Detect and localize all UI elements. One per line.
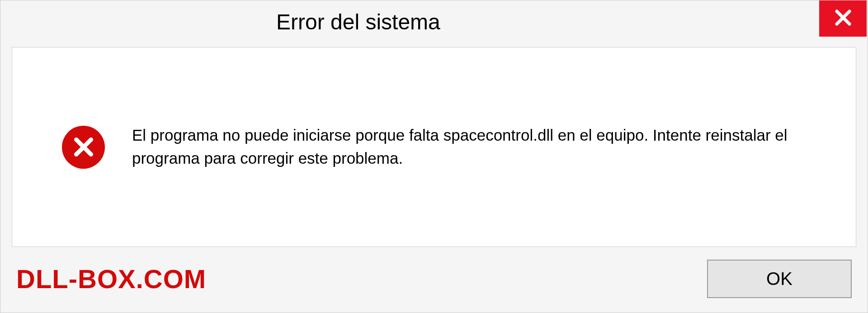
- error-icon: [62, 126, 105, 169]
- content-area: El programa no puede iniciarse porque fa…: [12, 47, 856, 247]
- ok-button[interactable]: OK: [707, 260, 852, 298]
- footer: DLL-BOX.COM OK: [0, 247, 868, 313]
- error-dialog: Error del sistema El programa no puede i…: [0, 0, 868, 313]
- error-message: El programa no puede iniciarse porque fa…: [132, 124, 829, 170]
- titlebar: Error del sistema: [0, 0, 868, 43]
- close-icon: [832, 7, 854, 30]
- watermark-text: DLL-BOX.COM: [16, 264, 206, 294]
- dialog-title: Error del sistema: [0, 9, 440, 34]
- close-button[interactable]: [819, 0, 867, 37]
